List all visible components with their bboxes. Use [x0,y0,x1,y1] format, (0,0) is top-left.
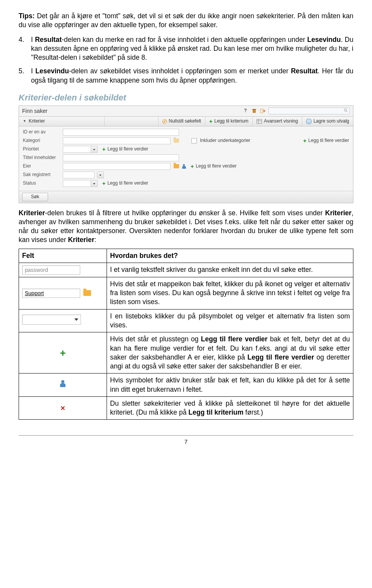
table-cell-example [19,309,107,332]
help-icon[interactable]: ? [244,108,247,114]
svg-line-4 [346,111,348,112]
svg-rect-1 [252,109,256,110]
page-number: 7 [184,438,188,445]
add-more-button[interactable]: + Legg til flere verdier [102,180,148,187]
add-more-button[interactable]: + Legg til flere verdier [191,163,237,169]
table-header-desc: Hvordan brukes det? [107,249,353,263]
criteria-toolbar: ▼ Kriterier Nullstill søkefelt + Legg ti… [19,117,353,126]
item-number: 5. [19,67,26,85]
priority-dropdown[interactable] [63,146,98,153]
database-icon [306,119,312,124]
chevron-down-icon: ▼ [23,119,26,124]
table-cell-desc: Hvis det står et plusstegn og Legg til f… [107,332,353,374]
item-body: I Resultat-delen kan du merke en rad for… [31,35,353,62]
field-label: Sak registrert [23,172,60,178]
status-dropdown[interactable] [63,180,98,187]
registered-picker[interactable] [98,171,104,178]
include-subcat-checkbox[interactable] [191,138,197,144]
table-cell-desc: Hvis symbolet for aktiv bruker står bak … [107,374,353,397]
text-field-example[interactable]: password [22,265,80,275]
field-label: Tittel inneholder [23,155,60,161]
table-cell-example: Support [19,277,107,309]
advanced-view-button[interactable]: Avansert visning [252,117,302,126]
table-cell-example: password [19,263,107,277]
table-cell-desc: I et vanlig tekstfelt skriver du ganske … [107,263,353,277]
field-label: Prioritet [23,146,60,152]
list-item: 4. I Resultat-delen kan du merke en rad … [19,35,353,62]
plus-icon: + [102,182,105,185]
reset-fields-button[interactable]: Nullstill søkefelt [158,117,205,126]
search-panel: Finn saker ? ▼ Kriterier Nullstill søkef… [19,105,353,203]
add-criterion-button[interactable]: + Legg til kriterium [205,117,252,126]
field-spec-table: Felt Hvordan brukes det? password I et v… [19,249,353,420]
layout-icon [257,119,262,124]
svg-point-3 [344,109,346,111]
field-label: Kategori [23,138,60,144]
tips-label: Tips: [19,12,35,20]
save-selection-button[interactable]: Lagre som utvalg [302,117,353,126]
add-more-button[interactable]: + Legg til flere verdier [102,146,148,152]
magnifier-icon [344,108,348,114]
tips-text: Det går an å kjøre et "tomt" søk, det vi… [19,12,353,29]
field-label: ID er en av [23,129,60,135]
table-cell-desc: Hvis det står et mappeikon bak feltet, k… [107,277,353,309]
combobox-example[interactable] [22,315,81,325]
quick-search-input[interactable] [269,107,350,114]
delete-icon: × [60,404,65,412]
reset-icon [162,119,167,124]
criteria-label: Kriterier [29,118,45,125]
section-heading: Kriterier-delen i søkebildet [19,92,353,103]
folder-icon[interactable] [174,164,179,168]
user-icon [60,380,65,387]
svg-rect-0 [253,110,256,113]
table-cell-desc: Du sletter søkekriterier ved å klikke på… [107,396,353,420]
plus-icon: + [303,139,306,143]
registered-field[interactable] [63,171,95,178]
table-cell-example: + [19,332,107,374]
table-header-felt: Felt [19,249,107,263]
title-field[interactable] [63,154,179,161]
table-cell-desc: I en listeboks klikker du på pilsymbolet… [107,309,353,332]
search-button[interactable]: Søk [22,193,48,201]
category-field[interactable] [63,137,170,144]
item-body: I Lesevindu-delen av søkebildet vises in… [31,67,353,85]
folder-icon[interactable] [174,138,179,143]
exit-icon[interactable] [260,108,265,114]
include-subcat-label: Inkluder underkategorier [200,138,250,144]
criteria-toggle[interactable]: ▼ Kriterier [19,117,105,126]
field-label: Eier [23,163,60,169]
id-field[interactable] [63,129,179,136]
criteria-form: ID er en av Kategori Inkluder underkateg… [19,126,353,191]
lookup-field-example[interactable]: Support [22,289,80,298]
item-number: 4. [19,35,26,62]
button-bar: Søk [19,191,353,203]
numbered-list: 4. I Resultat-delen kan du merke en rad … [19,35,353,85]
plus-icon: + [102,147,105,151]
field-label: Status [23,180,60,187]
trash-icon[interactable] [251,108,257,114]
owner-field[interactable] [63,163,170,170]
criteria-paragraph: Kriterier-delen brukes til å filtrere ut… [19,209,353,245]
table-cell-example: × [19,396,107,420]
current-user-icon[interactable] [182,164,186,169]
folder-icon[interactable] [83,290,91,296]
add-more-button[interactable]: + Legg til flere verdier [303,138,349,144]
page-footer: 7 [19,435,353,446]
plus-icon: + [209,119,212,123]
table-cell-example [19,374,107,397]
list-item: 5. I Lesevindu-delen av søkebildet vises… [19,67,353,85]
tips-paragraph: Tips: Det går an å kjøre et "tomt" søk, … [19,12,353,30]
window-title: Finn saker [22,107,47,115]
titlebar: Finn saker ? [19,106,353,117]
plus-icon: + [191,164,194,168]
plus-icon: + [60,347,65,359]
